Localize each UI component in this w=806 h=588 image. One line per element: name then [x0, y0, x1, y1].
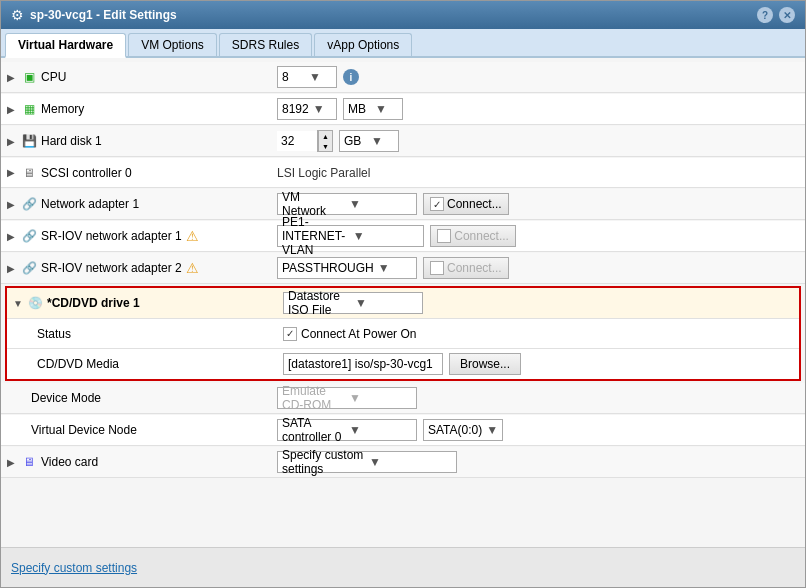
device-mode-row: Device Mode Emulate CD-ROM ▼ — [1, 383, 805, 414]
sriov-adapter-2-value: PASSTHROUGH ▼ Connect... — [271, 253, 805, 283]
tab-vapp-options[interactable]: vApp Options — [314, 33, 412, 56]
vdn-select2[interactable]: SATA(0:0) ▼ — [423, 419, 503, 441]
sriov-adapter-1-value: PE1-INTERNET-VLAN ▼ Connect... — [271, 221, 805, 251]
network-adapter-1-label: ▶ 🔗 Network adapter 1 — [1, 192, 271, 216]
cpu-icon: ▣ — [21, 69, 37, 85]
cpu-value: 8 ▼ i — [271, 62, 805, 92]
device-mode-select[interactable]: Emulate CD-ROM ▼ — [277, 387, 417, 409]
hard-disk-unit-select[interactable]: GB ▼ — [339, 130, 399, 152]
net1-connect-btn[interactable]: Connect... — [423, 193, 509, 215]
hard-disk-expand[interactable]: ▶ — [7, 136, 17, 147]
virtual-device-node-row: Virtual Device Node SATA controller 0 ▼ … — [1, 415, 805, 446]
sriov-adapter-2-row: ▶ 🔗 SR-IOV network adapter 2 ⚠ PASSTHROU… — [1, 253, 805, 284]
sriov1-connect-btn[interactable]: Connect... — [430, 225, 516, 247]
sriov1-select[interactable]: PE1-INTERNET-VLAN ▼ — [277, 225, 424, 247]
sriov2-warning-icon: ⚠ — [186, 260, 199, 276]
cd-dvd-status-label: Status — [7, 323, 277, 345]
sriov-adapter-2-label: ▶ 🔗 SR-IOV network adapter 2 ⚠ — [1, 256, 271, 280]
memory-value: 8192 ▼ MB ▼ — [271, 94, 805, 124]
cd-dvd-status-row: Status Connect At Power On — [7, 318, 799, 348]
network-adapter-1-value: VM Network ▼ Connect... — [271, 189, 805, 219]
cpu-select[interactable]: 8 ▼ — [277, 66, 337, 88]
hardware-content: ▶ ▣ CPU 8 ▼ i ▶ ▦ Memory 8192 — [1, 58, 805, 547]
video-card-value: Specify custom settings ▼ — [271, 447, 805, 477]
scsi-row: ▶ 🖥 SCSI controller 0 LSI Logic Parallel — [1, 158, 805, 188]
cd-dvd-media-value: Browse... — [277, 349, 799, 379]
hard-disk-spin: ▲ ▼ — [277, 130, 333, 152]
close-icon[interactable]: ✕ — [779, 7, 795, 23]
memory-select[interactable]: 8192 ▼ — [277, 98, 337, 120]
title-bar-icons: ? ✕ — [757, 7, 795, 23]
window-title: sp-30-vcg1 - Edit Settings — [30, 8, 177, 22]
virtual-device-node-value: SATA controller 0 ▼ SATA(0:0) ▼ — [271, 415, 805, 445]
sriov2-connect-checkbox[interactable] — [430, 261, 444, 275]
sriov1-warning-icon: ⚠ — [186, 228, 199, 244]
sriov-adapter-1-row: ▶ 🔗 SR-IOV network adapter 1 ⚠ PE1-INTER… — [1, 221, 805, 252]
hard-disk-input[interactable] — [277, 131, 317, 151]
sriov-adapter-1-label: ▶ 🔗 SR-IOV network adapter 1 ⚠ — [1, 224, 271, 248]
net1-expand[interactable]: ▶ — [7, 199, 17, 210]
cd-dvd-label: ▼ 💿 *CD/DVD drive 1 — [7, 291, 277, 315]
memory-row: ▶ ▦ Memory 8192 ▼ MB ▼ — [1, 94, 805, 125]
cd-dvd-value: Datastore ISO File ▼ — [277, 288, 799, 318]
memory-unit-select[interactable]: MB ▼ — [343, 98, 403, 120]
scsi-text-value: LSI Logic Parallel — [277, 166, 370, 180]
hard-disk-value: ▲ ▼ GB ▼ — [271, 126, 805, 156]
video-card-label: ▶ 🖥 Video card — [1, 450, 271, 474]
scsi-label: ▶ 🖥 SCSI controller 0 — [1, 161, 271, 185]
footer: Specify custom settings — [1, 547, 805, 587]
video-icon: 🖥 — [21, 454, 37, 470]
network-adapter-1-row: ▶ 🔗 Network adapter 1 VM Network ▼ Conne… — [1, 189, 805, 220]
hard-disk-down[interactable]: ▼ — [318, 141, 332, 151]
cd-dvd-expand[interactable]: ▼ — [13, 298, 23, 309]
tab-sdrs-rules[interactable]: SDRS Rules — [219, 33, 312, 56]
net1-connect-checkbox[interactable] — [430, 197, 444, 211]
browse-button[interactable]: Browse... — [449, 353, 521, 375]
virtual-device-node-label: Virtual Device Node — [1, 419, 271, 441]
hard-disk-up[interactable]: ▲ — [318, 131, 332, 141]
device-mode-value: Emulate CD-ROM ▼ — [271, 383, 805, 413]
cpu-row: ▶ ▣ CPU 8 ▼ i — [1, 62, 805, 93]
disk-icon: 💾 — [21, 133, 37, 149]
cd-dvd-status-value: Connect At Power On — [277, 323, 799, 345]
cd-dvd-status-checkbox-area: Connect At Power On — [283, 327, 416, 341]
scsi-icon: 🖥 — [21, 165, 37, 181]
tab-vm-options[interactable]: VM Options — [128, 33, 217, 56]
sriov2-select[interactable]: PASSTHROUGH ▼ — [277, 257, 417, 279]
sriov1-expand[interactable]: ▶ — [7, 231, 17, 242]
scsi-expand[interactable]: ▶ — [7, 167, 17, 178]
video-expand[interactable]: ▶ — [7, 457, 17, 468]
help-icon[interactable]: ? — [757, 7, 773, 23]
cpu-expand[interactable]: ▶ — [7, 72, 17, 83]
net1-select[interactable]: VM Network ▼ — [277, 193, 417, 215]
sriov2-connect-btn[interactable]: Connect... — [423, 257, 509, 279]
memory-label: ▶ ▦ Memory — [1, 97, 271, 121]
cpu-info-icon[interactable]: i — [343, 69, 359, 85]
sriov-icon-2: 🔗 — [21, 260, 37, 276]
cd-dvd-connect-checkbox[interactable] — [283, 327, 297, 341]
tabs-bar: Virtual Hardware VM Options SDRS Rules v… — [1, 29, 805, 58]
hard-disk-row: ▶ 💾 Hard disk 1 ▲ ▼ GB ▼ — [1, 126, 805, 157]
video-card-select[interactable]: Specify custom settings ▼ — [277, 451, 457, 473]
sriov1-connect-checkbox[interactable] — [437, 229, 451, 243]
cd-icon: 💿 — [27, 295, 43, 311]
title-bar-left: ⚙ sp-30-vcg1 - Edit Settings — [11, 7, 177, 23]
vdn-select1[interactable]: SATA controller 0 ▼ — [277, 419, 417, 441]
sriov2-expand[interactable]: ▶ — [7, 263, 17, 274]
memory-icon: ▦ — [21, 101, 37, 117]
hard-disk-label: ▶ 💾 Hard disk 1 — [1, 129, 271, 153]
sriov-icon-1: 🔗 — [21, 228, 37, 244]
memory-expand[interactable]: ▶ — [7, 104, 17, 115]
cpu-label: ▶ ▣ CPU — [1, 65, 271, 89]
cd-dvd-media-label: CD/DVD Media — [7, 353, 277, 375]
network-icon-1: 🔗 — [21, 196, 37, 212]
cd-dvd-type-select[interactable]: Datastore ISO File ▼ — [283, 292, 423, 314]
edit-settings-window: ⚙ sp-30-vcg1 - Edit Settings ? ✕ Virtual… — [0, 0, 806, 588]
video-card-row: ▶ 🖥 Video card Specify custom settings ▼ — [1, 447, 805, 478]
cd-dvd-media-row: CD/DVD Media Browse... — [7, 348, 799, 379]
cd-dvd-media-input[interactable] — [283, 353, 443, 375]
tab-virtual-hardware[interactable]: Virtual Hardware — [5, 33, 126, 58]
cd-dvd-row: ▼ 💿 *CD/DVD drive 1 Datastore ISO File ▼ — [7, 288, 799, 318]
title-bar: ⚙ sp-30-vcg1 - Edit Settings ? ✕ — [1, 1, 805, 29]
footer-link[interactable]: Specify custom settings — [11, 561, 137, 575]
